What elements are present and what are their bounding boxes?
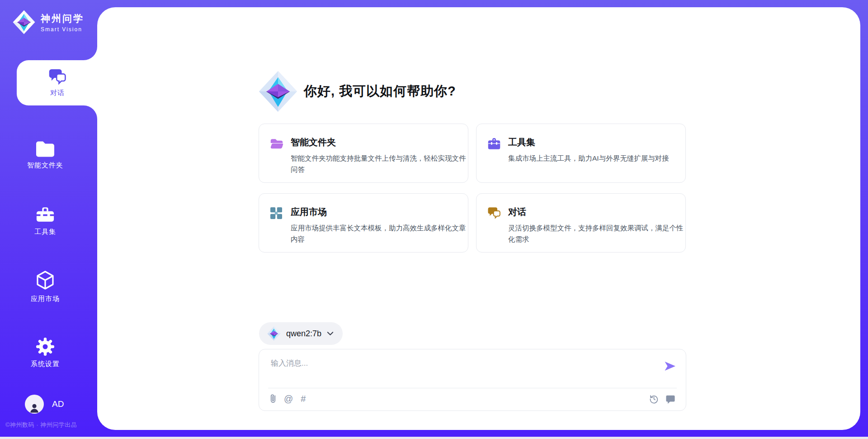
card-app-market[interactable]: 应用市场 应用市场提供丰富长文本模板，助力高效生成多样化文章内容	[259, 193, 468, 253]
chat-icon	[48, 68, 66, 85]
chevron-down-icon	[327, 331, 334, 336]
folder-icon	[35, 140, 55, 157]
cube-icon	[36, 271, 54, 291]
app-grid-icon	[270, 206, 283, 252]
bottom-scrollbar-track[interactable]	[0, 437, 868, 439]
message-input[interactable]	[271, 356, 651, 371]
sidebar-item-smart-folder[interactable]: 智能文件夹	[14, 134, 77, 176]
message-composer: @ #	[259, 349, 686, 411]
app-logo: 神州问学 Smart Vision	[13, 10, 84, 34]
feature-cards: 智能文件夹 智能文件夹功能支持批量文件上传与清洗，轻松实现文件问答 工具集 集成…	[259, 124, 686, 253]
card-smart-folder[interactable]: 智能文件夹 智能文件夹功能支持批量文件上传与清洗，轻松实现文件问答	[259, 124, 468, 183]
at-icon[interactable]: @	[284, 394, 293, 403]
card-description: 智能文件夹功能支持批量文件上传与清洗，轻松实现文件问答	[291, 153, 468, 176]
sidebar-item-label: 智能文件夹	[27, 161, 63, 170]
card-description: 灵活切换多模型文件，支持多样回复效果调试，满足个性化需求	[508, 223, 685, 245]
user-name: AD	[52, 399, 64, 409]
composer-divider	[268, 388, 677, 388]
hash-icon[interactable]: #	[301, 394, 306, 403]
app-subtitle: Smart Vision	[41, 26, 84, 33]
sidebar-item-label: 对话	[50, 89, 65, 97]
card-chat[interactable]: 对话 灵活切换多模型文件，支持多样回复效果调试，满足个性化需求	[476, 193, 686, 253]
avatar	[25, 395, 44, 414]
greeting: 你好, 我可以如何帮助你?	[259, 71, 456, 112]
card-title: 应用市场	[291, 206, 468, 218]
folder-open-icon	[270, 136, 283, 182]
model-selector[interactable]: qwen2:7b	[259, 322, 343, 345]
history-icon[interactable]	[649, 394, 659, 404]
sidebar-item-label: 应用市场	[31, 295, 60, 303]
send-button[interactable]	[664, 361, 676, 373]
toolbox-icon	[36, 206, 55, 224]
model-name: qwen2:7b	[286, 329, 321, 339]
card-description: 集成市场上主流工具，助力AI与外界无缝扩展与对接	[508, 153, 685, 164]
gem-logo-icon	[259, 71, 297, 112]
card-title: 智能文件夹	[291, 136, 468, 148]
sidebar-item-chat[interactable]: 对话	[17, 60, 98, 105]
tab-fillet-bottom	[84, 105, 97, 119]
user-account[interactable]: AD	[25, 395, 64, 414]
paperclip-icon[interactable]	[270, 393, 276, 404]
user-avatar-icon	[28, 402, 40, 414]
comment-icon[interactable]	[666, 395, 675, 404]
sidebar-item-label: 系统设置	[31, 360, 60, 368]
sidebar-item-label: 工具集	[34, 228, 56, 236]
sidebar-item-settings[interactable]: 系统设置	[14, 332, 77, 374]
toolbox-icon	[487, 136, 501, 182]
send-icon	[664, 361, 676, 371]
sidebar-item-toolset[interactable]: 工具集	[14, 200, 77, 242]
card-toolset[interactable]: 工具集 集成市场上主流工具，助力AI与外界无缝扩展与对接	[476, 124, 686, 183]
sidebar: 神州问学 Smart Vision 对话 智能文件夹 工具集	[0, 0, 97, 439]
chat-icon	[487, 206, 501, 252]
copyright-text: ©神州数码 · 神州问学出品	[5, 421, 77, 429]
gem-logo-icon	[13, 10, 35, 34]
greeting-text: 你好, 我可以如何帮助你?	[304, 82, 456, 100]
sidebar-item-app-market[interactable]: 应用市场	[14, 266, 77, 308]
card-title: 工具集	[508, 136, 685, 148]
gem-logo-icon	[267, 326, 281, 341]
tab-fillet-top	[84, 47, 97, 60]
gear-icon	[36, 338, 54, 356]
card-description: 应用市场提供丰富长文本模板，助力高效生成多样化文章内容	[291, 223, 468, 245]
app-name: 神州问学	[41, 12, 84, 25]
card-title: 对话	[508, 206, 685, 218]
